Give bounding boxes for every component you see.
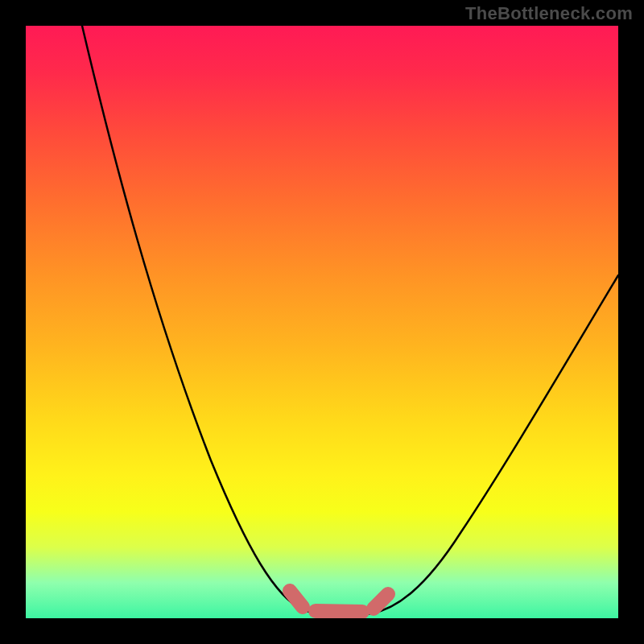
plot-area	[26, 26, 618, 618]
tolerance-band	[290, 591, 388, 612]
bottleneck-chart-svg	[26, 26, 618, 618]
bottom-border	[26, 618, 618, 644]
chart-frame: TheBottleneck.com	[0, 0, 644, 644]
watermark-text: TheBottleneck.com	[465, 3, 633, 24]
bottleneck-curve	[82, 26, 618, 615]
